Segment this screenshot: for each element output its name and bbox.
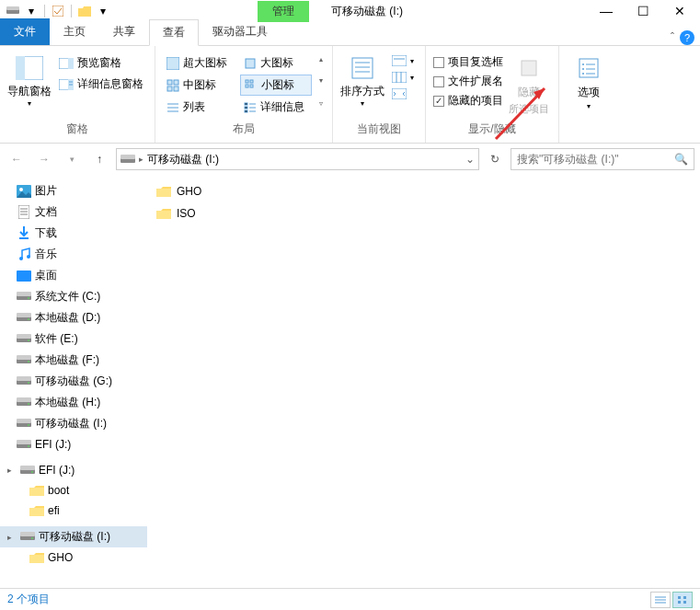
navigation-tree[interactable]: 图片文档下载音乐桌面系统文件 (C:)本地磁盘 (D:)软件 (E:)本地磁盘 …	[0, 175, 147, 588]
ribbon-group-options: 选项 ▾	[559, 46, 618, 143]
svg-rect-61	[17, 270, 31, 282]
tree-item[interactable]: 音乐	[0, 244, 147, 265]
svg-rect-94	[29, 555, 44, 563]
tree-item[interactable]: boot	[0, 480, 147, 501]
tree-item[interactable]: 本地磁盘 (H:)	[0, 392, 147, 413]
tree-item-label: 桌面	[35, 268, 57, 283]
tree-item-label: 下载	[35, 225, 57, 241]
file-item[interactable]: ISO	[155, 204, 693, 223]
tab-share[interactable]: 共享	[99, 18, 149, 45]
tree-item[interactable]: EFI (J:)	[0, 434, 147, 455]
folder-icon	[156, 184, 171, 199]
tree-item-label: 图片	[35, 183, 57, 199]
qat-dropdown-icon[interactable]: ▾	[96, 4, 110, 18]
tree-item[interactable]: 图片	[0, 180, 147, 201]
icons-view-toggle[interactable]	[672, 592, 693, 608]
breadcrumb-current[interactable]: 可移动磁盘 (I:)	[147, 152, 462, 167]
address-bar[interactable]: ▸ 可移动磁盘 (I:) ⌄	[116, 148, 479, 170]
item-checkboxes-toggle[interactable]: 项目复选框	[433, 53, 503, 71]
svg-rect-12	[246, 59, 255, 68]
back-button[interactable]: ←	[6, 148, 28, 170]
address-dropdown-icon[interactable]: ⌄	[465, 153, 475, 166]
qat-dropdown-icon[interactable]: ▾	[24, 4, 39, 18]
file-extensions-toggle[interactable]: 文件扩展名	[433, 73, 503, 90]
tree-item[interactable]: ▸可移动磁盘 (I:)	[0, 526, 147, 547]
more-icon[interactable]: ▿	[319, 99, 323, 108]
separator	[44, 5, 45, 17]
details-view-toggle[interactable]	[650, 592, 671, 608]
svg-point-44	[582, 68, 584, 70]
ribbon-tabs: 文件 主页 共享 查看 驱动器工具 ˆ ?	[0, 22, 700, 46]
tree-item[interactable]: 本地磁盘 (D:)	[0, 307, 147, 328]
search-box[interactable]: 🔍	[511, 148, 694, 170]
navigation-pane-button[interactable]: 导航窗格 ▾	[7, 50, 52, 108]
tree-item[interactable]: 文档	[0, 201, 147, 223]
size-columns-button[interactable]	[388, 86, 418, 101]
search-input[interactable]	[517, 153, 674, 166]
tree-item[interactable]: 软件 (E:)	[0, 328, 147, 350]
tree-item[interactable]: efi	[0, 501, 147, 521]
tree-item[interactable]: 可移动磁盘 (I:)	[0, 413, 147, 434]
up-button[interactable]: ↑	[88, 148, 110, 170]
help-icon[interactable]: ?	[680, 30, 694, 45]
list-view-button[interactable]: 列表	[163, 98, 235, 117]
recent-locations-button[interactable]: ▾	[61, 148, 83, 170]
sort-by-button[interactable]: 排序方式 ▾	[340, 50, 384, 108]
maximize-button[interactable]: ☐	[625, 0, 661, 22]
small-icons-button[interactable]: 小图标	[240, 75, 312, 96]
scroll-up-icon[interactable]: ▴	[319, 55, 323, 63]
tree-item[interactable]: 下载	[0, 223, 147, 244]
svg-rect-14	[174, 80, 178, 85]
file-list[interactable]: GHOISO	[147, 175, 700, 588]
add-columns-button[interactable]: ▾	[388, 70, 418, 85]
properties-icon[interactable]	[51, 4, 65, 18]
svg-rect-75	[17, 376, 31, 381]
tree-item[interactable]: 桌面	[0, 265, 147, 286]
preview-pane-button[interactable]: 预览窗格	[55, 53, 147, 73]
collapse-ribbon-icon[interactable]: ˆ	[671, 31, 674, 44]
group-by-button[interactable]: ▾	[388, 53, 418, 68]
refresh-button[interactable]: ↻	[485, 148, 505, 170]
medium-icons-button[interactable]: 中图标	[163, 75, 235, 96]
hidden-items-toggle[interactable]: 隐藏的项目	[433, 92, 503, 109]
drive-icon	[17, 311, 31, 326]
hide-selected-button[interactable]: 隐藏 所选项目	[507, 50, 551, 116]
tree-item-label: 音乐	[35, 247, 57, 262]
tree-item[interactable]: 可移动磁盘 (G:)	[0, 371, 147, 392]
tab-home[interactable]: 主页	[50, 18, 99, 45]
tree-item-label: EFI (J:)	[39, 464, 75, 477]
svg-point-73	[28, 361, 29, 363]
svg-rect-72	[17, 355, 31, 360]
svg-rect-92	[20, 532, 35, 536]
folder-icon[interactable]	[77, 4, 92, 18]
tree-item[interactable]: ▸EFI (J:)	[0, 460, 147, 480]
forward-button[interactable]: →	[33, 148, 55, 170]
folder-icon	[29, 483, 44, 498]
tree-item[interactable]: 系统文件 (C:)	[0, 286, 147, 307]
item-count: 2 个项目	[7, 592, 50, 607]
ribbon-group-layout: 超大图标 大图标 ▴ 中图标 小图标 ▾ 列表 详细信息 ▿ 布局	[155, 46, 333, 143]
svg-rect-66	[17, 313, 31, 317]
extra-large-icons-button[interactable]: 超大图标	[163, 53, 235, 73]
scroll-down-icon[interactable]: ▾	[319, 76, 323, 85]
tab-drive-tools[interactable]: 驱动器工具	[199, 18, 281, 45]
svg-rect-26	[245, 110, 247, 112]
minimize-button[interactable]: —	[588, 0, 625, 22]
tab-view[interactable]: 查看	[149, 19, 199, 46]
tree-item[interactable]: 本地磁盘 (F:)	[0, 350, 147, 371]
search-icon[interactable]: 🔍	[674, 153, 688, 166]
file-item[interactable]: GHO	[155, 182, 693, 201]
svg-point-70	[28, 340, 29, 341]
tab-file[interactable]: 文件	[0, 18, 50, 45]
options-button[interactable]: 选项 ▾	[567, 50, 611, 110]
svg-rect-6	[68, 58, 74, 69]
details-pane-button[interactable]: 详细信息窗格	[55, 75, 147, 94]
svg-point-67	[28, 318, 29, 320]
details-view-button[interactable]: 详细信息	[240, 98, 312, 117]
svg-rect-1	[6, 6, 19, 10]
drive-icon	[120, 152, 135, 167]
tree-item[interactable]: GHO	[0, 547, 147, 568]
large-icons-button[interactable]: 大图标	[240, 53, 312, 73]
close-button[interactable]: ✕	[661, 0, 698, 22]
breadcrumb-separator[interactable]: ▸	[139, 155, 143, 164]
